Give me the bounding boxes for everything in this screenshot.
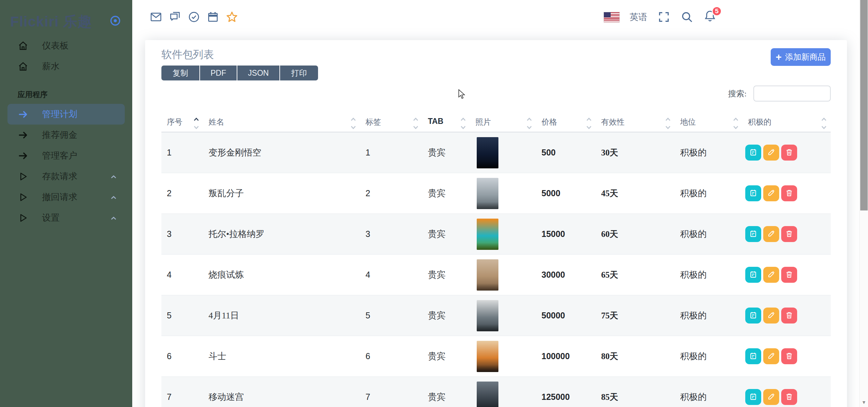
sidebar-item-label: 薪水 — [42, 60, 60, 72]
search-input[interactable] — [753, 86, 831, 101]
edit-button[interactable] — [763, 389, 779, 405]
caret-down-icon — [194, 126, 199, 129]
sidebar-item-薪水[interactable]: 薪水 — [0, 56, 132, 77]
app-logo[interactable]: Flickiri 乐趣 — [10, 12, 92, 31]
column-header-TAB[interactable]: TAB — [422, 112, 470, 132]
export-button-复制[interactable]: 复制 — [161, 66, 200, 80]
caret-up-icon — [413, 117, 418, 121]
calendar-icon[interactable] — [206, 11, 219, 23]
cell-status: 积极的 — [675, 228, 743, 240]
column-label: 地位 — [680, 117, 696, 127]
delete-button[interactable] — [781, 185, 797, 201]
trash-icon — [785, 148, 793, 158]
sidebar-item-撤回请求[interactable]: 撤回请求 — [0, 187, 132, 207]
column-header-价格[interactable]: 价格 — [536, 112, 596, 132]
trash-icon — [785, 229, 793, 239]
sidebar-item-仪表板[interactable]: 仪表板 — [0, 35, 132, 56]
view-schedule-button[interactable] — [745, 308, 761, 323]
page-title: 软件包列表 — [161, 48, 214, 62]
add-new-product-button[interactable]: + 添加新商品 — [771, 48, 831, 66]
sort-control[interactable] — [586, 117, 592, 129]
language-selector[interactable]: 英语 — [630, 11, 647, 23]
delete-button[interactable] — [781, 267, 797, 283]
us-flag-icon[interactable] — [604, 12, 619, 22]
cell-name: 烧痕试炼 — [203, 269, 360, 281]
sort-control[interactable] — [733, 117, 738, 129]
delete-button[interactable] — [781, 348, 797, 364]
column-header-标签[interactable]: 标签 — [360, 112, 422, 132]
cell-price: 5000 — [536, 188, 596, 198]
delete-button[interactable] — [781, 308, 797, 323]
table-row: 6斗士6贵宾10000080天积极的 — [161, 336, 831, 377]
scrollbar-thumb[interactable] — [860, 0, 868, 210]
edit-button[interactable] — [763, 226, 779, 242]
row-actions — [743, 267, 831, 283]
view-schedule-button[interactable] — [745, 267, 761, 283]
cell-price: 100000 — [536, 351, 596, 361]
delete-button[interactable] — [781, 226, 797, 242]
view-schedule-button[interactable] — [745, 348, 761, 364]
mail-icon[interactable] — [150, 11, 162, 23]
edit-button[interactable] — [763, 308, 779, 323]
vertical-scrollbar: ▼ — [859, 0, 868, 407]
sidebar-item-管理客户[interactable]: 管理客户 — [0, 145, 132, 166]
sort-control[interactable] — [413, 117, 418, 129]
record-target-icon[interactable] — [110, 15, 121, 26]
delete-button[interactable] — [781, 145, 797, 161]
edit-button[interactable] — [763, 348, 779, 364]
cell-tab: 贵宾 — [422, 310, 470, 321]
caret-up-icon — [351, 117, 356, 121]
fullscreen-icon[interactable] — [657, 11, 670, 23]
sort-control[interactable] — [665, 117, 671, 129]
sort-control[interactable] — [460, 117, 466, 129]
export-button-打印[interactable]: 打印 — [280, 66, 318, 80]
table-row: 3托尔•拉格纳罗3贵宾1500060天积极的 — [161, 214, 831, 255]
sidebar-menu: 仪表板薪水应用程序管理计划推荐佣金管理客户存款请求撤回请求设置 — [0, 35, 132, 228]
sort-control[interactable] — [194, 117, 199, 129]
sidebar-item-推荐佣金[interactable]: 推荐佣金 — [0, 125, 132, 145]
caret-down-icon — [665, 126, 671, 129]
export-button-json[interactable]: JSON — [237, 66, 280, 80]
column-header-地位[interactable]: 地位 — [675, 112, 743, 132]
movie-poster — [477, 300, 498, 331]
check-circle-icon[interactable] — [188, 11, 200, 23]
cell-name: 托尔•拉格纳罗 — [203, 228, 360, 240]
calendar-note-icon — [749, 352, 757, 361]
edit-button[interactable] — [763, 267, 779, 283]
sort-control[interactable] — [351, 117, 356, 129]
cell-tab: 贵宾 — [422, 269, 470, 281]
column-label: 积极的 — [748, 117, 771, 127]
notifications-bell[interactable]: 5 — [704, 10, 717, 24]
sidebar-item-设置[interactable]: 设置 — [0, 207, 132, 228]
cell-validity: 65天 — [596, 269, 675, 280]
sidebar-item-管理计划[interactable]: 管理计划 — [7, 104, 125, 125]
table-row: 54月11日5贵宾5000075天积极的 — [161, 295, 831, 336]
column-header-照片[interactable]: 照片 — [470, 112, 536, 132]
home-icon — [18, 61, 28, 72]
column-header-序号[interactable]: 序号 — [161, 112, 203, 132]
star-icon[interactable] — [225, 11, 238, 23]
scrollbar-down-arrow[interactable]: ▼ — [860, 399, 868, 406]
sidebar-item-存款请求[interactable]: 存款请求 — [0, 166, 132, 187]
view-schedule-button[interactable] — [745, 185, 761, 201]
trash-icon — [785, 189, 793, 198]
search-row: 搜索: — [728, 86, 831, 101]
column-header-姓名[interactable]: 姓名 — [203, 112, 360, 132]
view-schedule-button[interactable] — [745, 145, 761, 161]
column-header-有效性[interactable]: 有效性 — [596, 112, 675, 132]
delete-button[interactable] — [781, 389, 797, 405]
view-schedule-button[interactable] — [745, 389, 761, 405]
chat-icon[interactable] — [169, 11, 181, 23]
search-icon[interactable] — [680, 11, 693, 23]
cell-price: 125000 — [536, 392, 596, 402]
cell-status: 积极的 — [675, 187, 743, 199]
sort-control[interactable] — [527, 117, 532, 129]
export-button-pdf[interactable]: PDF — [200, 66, 237, 80]
trash-icon — [785, 352, 793, 361]
sort-control[interactable] — [821, 117, 827, 129]
edit-button[interactable] — [763, 185, 779, 201]
column-header-积极的[interactable]: 积极的 — [743, 112, 831, 132]
view-schedule-button[interactable] — [745, 226, 761, 242]
edit-button[interactable] — [763, 145, 779, 161]
table-row: 7移动迷宫7贵宾12500085天积极的 — [161, 377, 831, 407]
